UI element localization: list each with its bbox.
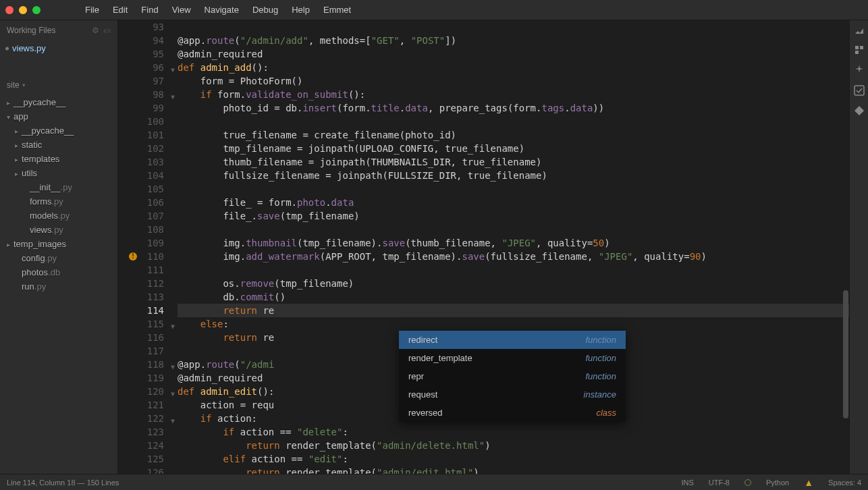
code-line[interactable]: img.add_watermark(APP_ROOT, tmp_filename… [178, 250, 849, 263]
tree-item-label: __init__.py [30, 182, 72, 192]
chevron-right-icon: ▸ [7, 99, 13, 107]
code-line[interactable]: true_filename = create_filename(photo_id… [178, 128, 849, 142]
tree-item[interactable]: ▸utils [0, 166, 117, 180]
fold-icon[interactable]: ▼ [171, 90, 175, 104]
close-window-icon[interactable] [5, 6, 13, 14]
chart-icon[interactable] [854, 24, 865, 35]
tree-item[interactable]: ▸temp_images [0, 237, 117, 251]
svg-rect-2 [855, 51, 859, 54]
autocomplete-label: redirect [408, 335, 437, 345]
working-file[interactable]: views.py [0, 40, 117, 56]
menu-view[interactable]: View [165, 5, 198, 15]
code-line[interactable]: db.commit() [178, 290, 849, 304]
fold-icon[interactable]: ▼ [171, 387, 175, 401]
code-line[interactable]: form = PhotoForm() [178, 74, 849, 88]
line-number: 118▼ [118, 358, 164, 371]
tree-item[interactable]: ▸static [0, 138, 117, 152]
lint-status-icon[interactable] [744, 479, 751, 486]
code-line[interactable]: tmp_filename = joinpath(UPLOAD_CONFIG, t… [178, 142, 849, 155]
code-line[interactable]: else: [178, 317, 849, 331]
tree-item-label: utils [22, 168, 37, 178]
code-line[interactable]: os.remove(tmp_filename) [178, 277, 849, 290]
tree-item-label: templates [22, 154, 59, 164]
code-line[interactable]: fullsize_filename = joinpath(FULLSIZE_DI… [178, 169, 849, 182]
tree-item[interactable]: photos.db [0, 265, 117, 279]
menu-find[interactable]: Find [134, 5, 165, 15]
code-line[interactable] [178, 115, 849, 128]
autocomplete-item[interactable]: requestinstance [399, 385, 626, 404]
code-line[interactable]: if form.validate_on_submit(): [178, 88, 849, 101]
line-number: 94 [118, 34, 164, 47]
autocomplete-item[interactable]: redirectfunction [399, 331, 626, 349]
code-line[interactable] [178, 182, 849, 196]
working-files-title: Working Files [7, 26, 55, 35]
code-line[interactable]: return re [178, 304, 849, 317]
line-number: 126 [118, 466, 164, 474]
chevron-down-icon: ▾ [22, 82, 26, 88]
menu-emmet[interactable]: Emmet [317, 5, 358, 15]
scrollbar-thumb[interactable] [843, 290, 848, 418]
autocomplete-item[interactable]: reprfunction [399, 367, 626, 385]
fold-icon[interactable]: ▼ [171, 414, 175, 428]
tree-item[interactable]: config.py [0, 251, 117, 265]
insert-mode[interactable]: INS [681, 479, 693, 487]
autocomplete-popup[interactable]: redirectfunctionrender_templatefunctionr… [399, 331, 626, 422]
code-line[interactable]: return render_template("admin/delete.htm… [178, 439, 849, 452]
editor[interactable]: 93949596▼9798▼99100101102103104105106107… [118, 20, 849, 474]
tree-item[interactable]: models.py [0, 209, 117, 223]
tree-item[interactable]: views.py [0, 223, 117, 237]
cursor-position: Line 114, Column 18 — 150 Lines [7, 479, 681, 487]
autocomplete-label: reversed [408, 408, 443, 418]
minimize-window-icon[interactable] [19, 6, 27, 14]
encoding[interactable]: UTF-8 [709, 479, 730, 487]
menu-help[interactable]: Help [285, 5, 317, 15]
menu-navigate[interactable]: Navigate [198, 5, 246, 15]
autocomplete-label: request [408, 389, 437, 400]
warning-icon[interactable]: ▲ [804, 477, 813, 488]
window-controls [5, 6, 40, 14]
code-line[interactable]: elif action == "edit": [178, 452, 849, 466]
tree-item[interactable]: ▸templates [0, 152, 117, 166]
code-line[interactable]: @app.route("/admin/add", methods=["GET",… [178, 34, 849, 47]
tree-item[interactable]: ▾app [0, 109, 117, 124]
autocomplete-item[interactable]: reversedclass [399, 404, 626, 422]
tree-item[interactable]: ▸__pycache__ [0, 95, 117, 109]
code-line[interactable]: thumb_filename = joinpath(THUMBNAILS_DIR… [178, 155, 849, 169]
check-icon[interactable] [854, 85, 865, 96]
line-number: 115▼ [118, 317, 164, 331]
tree-item[interactable]: __init__.py [0, 180, 117, 194]
tree-item[interactable]: ▸__pycache__ [0, 124, 117, 138]
indent-mode[interactable]: Spaces: 4 [828, 479, 861, 487]
sparkle-icon[interactable] [854, 65, 865, 76]
language-mode[interactable]: Python [766, 479, 789, 487]
gear-icon[interactable]: ⚙ [92, 26, 99, 35]
menu-debug[interactable]: Debug [246, 5, 285, 15]
code-line[interactable]: img.thumbnail(tmp_filename).save(thumb_f… [178, 236, 849, 250]
code-line[interactable]: @admin_required [178, 47, 849, 61]
code-line[interactable]: def admin_add(): [178, 61, 849, 74]
tree-item[interactable]: forms.py [0, 194, 117, 209]
menu-edit[interactable]: Edit [106, 5, 134, 15]
fold-icon[interactable]: ▼ [171, 63, 175, 77]
code-line[interactable] [178, 263, 849, 277]
chevron-down-icon: ▾ [7, 113, 13, 121]
code-line[interactable]: file_.save(tmp_filename) [178, 209, 849, 223]
maximize-window-icon[interactable] [32, 6, 40, 14]
vertical-scrollbar[interactable] [842, 20, 849, 474]
tag-icon[interactable] [854, 105, 865, 116]
panel-icon[interactable]: ▭ [103, 26, 111, 35]
code-line[interactable] [178, 223, 849, 236]
autocomplete-item[interactable]: render_templatefunction [399, 349, 626, 367]
code-line[interactable]: file_ = form.photo.data [178, 196, 849, 209]
menu-file[interactable]: File [78, 5, 106, 15]
project-root[interactable]: site ▾ [0, 75, 117, 95]
extensions-icon[interactable] [854, 45, 865, 55]
fold-icon[interactable]: ▼ [171, 320, 175, 333]
fold-icon[interactable]: ▼ [171, 360, 175, 374]
warning-gutter-icon[interactable]: ! [129, 252, 137, 261]
code-line[interactable] [178, 20, 849, 34]
code-line[interactable]: photo_id = db.insert(form.title.data, pr… [178, 101, 849, 115]
tree-item[interactable]: run.py [0, 279, 117, 294]
code-line[interactable]: if action == "delete": [178, 425, 849, 439]
code-line[interactable]: return render_template("admin/edit.html"… [178, 466, 849, 474]
